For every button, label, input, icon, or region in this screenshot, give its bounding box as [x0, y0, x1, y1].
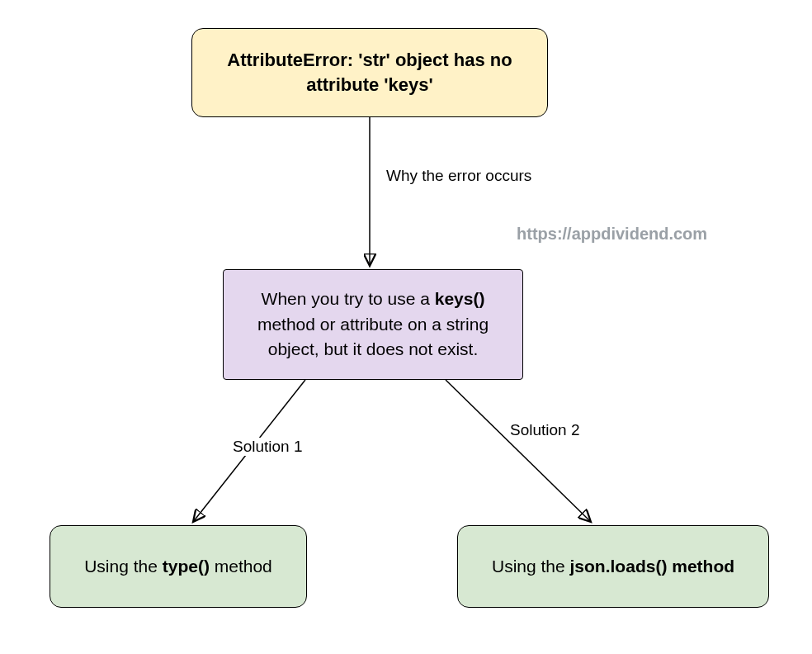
solution2-text: Using the json.loads() method	[492, 554, 734, 578]
edge-label-solution1: Solution 1	[231, 438, 304, 456]
edge-label-solution2: Solution 2	[508, 421, 582, 439]
error-title: AttributeError: 'str' object has no attr…	[209, 48, 531, 97]
solution1-node: Using the type() method	[50, 525, 307, 608]
edge-label-why: Why the error occurs	[385, 167, 533, 185]
explanation-text: When you try to use a keys() method or a…	[240, 287, 506, 362]
error-node: AttributeError: 'str' object has no attr…	[191, 28, 548, 117]
watermark: https://appdividend.com	[517, 225, 707, 244]
solution1-text: Using the type() method	[84, 554, 272, 578]
solution2-node: Using the json.loads() method	[457, 525, 769, 608]
explanation-node: When you try to use a keys() method or a…	[223, 269, 523, 380]
arrow-to-solution2	[446, 380, 591, 522]
